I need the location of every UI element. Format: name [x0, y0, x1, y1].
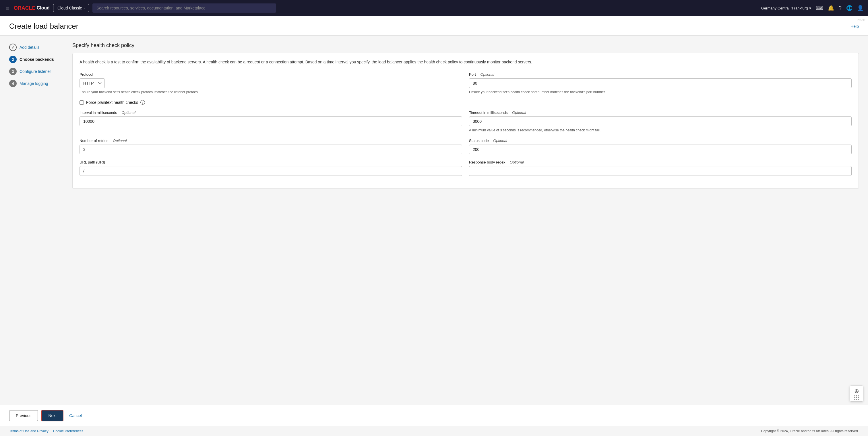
force-plaintext-info-icon[interactable]: i: [141, 100, 145, 105]
help-float-button[interactable]: ⊕: [849, 385, 863, 402]
step-1-circle: ✓: [9, 44, 17, 51]
code-editor-icon[interactable]: ⌨: [816, 5, 823, 11]
url-path-group: URL path (URI): [80, 160, 462, 176]
dot-7: [854, 399, 856, 400]
oracle-logo: ORACLE Cloud: [14, 5, 50, 11]
interval-label: Interval in milliseconds Optional: [80, 110, 462, 115]
search-input[interactable]: [92, 3, 276, 12]
dot-9: [858, 399, 859, 400]
region-chevron-icon: ▾: [809, 6, 811, 10]
page-footer: Terms of Use and Privacy Cookie Preferen…: [0, 426, 868, 436]
step-4-label: Manage logging: [20, 81, 48, 86]
previous-button[interactable]: Previous: [9, 410, 38, 421]
port-group: Port Optional Ensure your backend set's …: [469, 72, 851, 95]
timeout-hint: A minimum value of 3 seconds is recommen…: [469, 128, 851, 133]
page-header: Create load balancer Help: [0, 16, 868, 36]
protocol-label: Protocol: [80, 72, 462, 76]
main-container: ✓ Add details 2 Choose backends 3 Config…: [0, 36, 868, 405]
terms-link[interactable]: Terms of Use and Privacy: [9, 429, 49, 433]
chevron-right-icon: ›: [84, 7, 85, 10]
cloud-classic-label: Cloud Classic: [57, 6, 82, 10]
dot-6: [858, 397, 859, 398]
help-link[interactable]: Help: [850, 24, 859, 29]
timeout-input[interactable]: [469, 116, 851, 126]
response-regex-input[interactable]: [469, 166, 851, 176]
timeout-group: Timeout in milliseconds Optional A minim…: [469, 110, 851, 133]
region-selector[interactable]: Germany Central (Frankfurt) ▾: [761, 6, 811, 10]
health-check-panel: A health check is a test to confirm the …: [72, 53, 859, 189]
status-code-input[interactable]: [469, 144, 851, 154]
step-manage-logging[interactable]: 4 Manage logging: [9, 80, 61, 87]
force-plaintext-label: Force plaintext health checks: [86, 100, 138, 105]
step-4-circle: 4: [9, 80, 17, 87]
step-choose-backends[interactable]: 2 Choose backends: [9, 56, 61, 63]
protocol-group: Protocol HTTP HTTPS TCP Ensure your back…: [80, 72, 462, 95]
page-title: Create load balancer: [9, 22, 79, 31]
cancel-button[interactable]: Cancel: [67, 410, 84, 421]
timeout-label: Timeout in milliseconds Optional: [469, 110, 851, 115]
content-area: Specify health check policy A health che…: [72, 42, 859, 398]
dot-1: [854, 395, 856, 396]
dot-8: [856, 399, 857, 400]
profile-label: Profile: [857, 19, 866, 22]
dot-3: [858, 395, 859, 396]
step-2-circle: 2: [9, 56, 17, 63]
help-float-icon: ⊕: [854, 388, 859, 394]
status-code-label: Status code Optional: [469, 139, 851, 143]
force-plaintext-row: Force plaintext health checks i: [80, 100, 851, 105]
top-navigation: ≡ ORACLE Cloud Cloud Classic › Germany C…: [0, 0, 868, 16]
dot-4: [854, 397, 856, 398]
url-path-label: URL path (URI): [80, 160, 462, 164]
help-float-dots: [854, 395, 859, 400]
response-regex-group: Response body regex Optional: [469, 160, 851, 176]
cookies-link[interactable]: Cookie Preferences: [53, 429, 83, 433]
cloud-text: Cloud: [37, 5, 50, 11]
language-icon[interactable]: 🌐: [846, 5, 852, 11]
protocol-hint: Ensure your backend set's health check p…: [80, 90, 462, 95]
retries-label: Number of retries Optional: [80, 139, 462, 143]
retries-input[interactable]: [80, 144, 462, 154]
protocol-select[interactable]: HTTP HTTPS TCP: [80, 78, 105, 88]
step-3-circle: 3: [9, 68, 17, 75]
port-label: Port Optional: [469, 72, 851, 76]
url-path-input[interactable]: [80, 166, 462, 176]
user-avatar-icon[interactable]: 👤: [857, 5, 863, 11]
region-label: Germany Central (Frankfurt): [761, 6, 808, 10]
oracle-text: ORACLE: [14, 5, 36, 11]
step-2-label: Choose backends: [20, 57, 54, 62]
steps-sidebar: ✓ Add details 2 Choose backends 3 Config…: [9, 42, 61, 398]
force-plaintext-checkbox[interactable]: [80, 100, 84, 105]
interval-input[interactable]: [80, 116, 462, 126]
response-regex-label: Response body regex Optional: [469, 160, 851, 164]
retries-status-row: Number of retries Optional Status code O…: [80, 139, 851, 154]
retries-group: Number of retries Optional: [80, 139, 462, 154]
port-input[interactable]: [469, 78, 851, 88]
status-code-group: Status code Optional: [469, 139, 851, 154]
footer-left: Terms of Use and Privacy Cookie Preferen…: [9, 429, 83, 433]
panel-description: A health check is a test to confirm the …: [80, 59, 851, 65]
port-hint: Ensure your backend set's health check p…: [469, 90, 851, 95]
dot-5: [856, 397, 857, 398]
url-response-row: URL path (URI) Response body regex Optio…: [80, 160, 851, 176]
notifications-icon[interactable]: 🔔: [828, 5, 834, 11]
step-configure-listener[interactable]: 3 Configure listener: [9, 68, 61, 75]
interval-group: Interval in milliseconds Optional: [80, 110, 462, 133]
help-icon[interactable]: ?: [839, 5, 842, 11]
cloud-classic-button[interactable]: Cloud Classic ›: [53, 4, 89, 12]
section-title: Specify health check policy: [72, 42, 859, 48]
step-1-label: Add details: [20, 45, 39, 49]
bottom-action-bar: Previous Next Cancel: [0, 405, 868, 426]
interval-timeout-row: Interval in milliseconds Optional Timeou…: [80, 110, 851, 133]
nav-right-section: Germany Central (Frankfurt) ▾ ⌨ 🔔 ? 🌐 👤: [761, 5, 863, 11]
step-add-details[interactable]: ✓ Add details: [9, 44, 61, 51]
next-button[interactable]: Next: [41, 410, 63, 422]
protocol-select-wrapper: HTTP HTTPS TCP: [80, 78, 462, 88]
hamburger-menu-icon[interactable]: ≡: [5, 4, 10, 12]
copyright-text: Copyright © 2024, Oracle and/or its affi…: [761, 429, 859, 433]
protocol-port-row: Protocol HTTP HTTPS TCP Ensure your back…: [80, 72, 851, 95]
dot-2: [856, 395, 857, 396]
step-3-label: Configure listener: [20, 69, 51, 74]
